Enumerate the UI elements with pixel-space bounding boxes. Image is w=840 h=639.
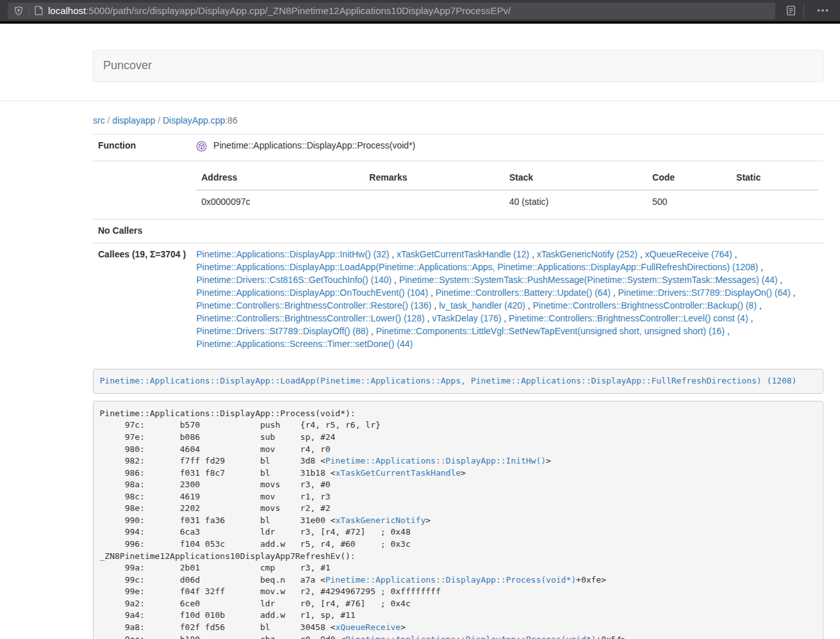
assembly-symbol-link[interactable]: xTaskGetCurrentTaskHandle bbox=[335, 468, 461, 478]
callee-link[interactable]: Pinetime::Drivers::St7789::DisplayOn() (… bbox=[618, 287, 791, 298]
callee-link[interactable]: Pinetime::Drivers::Cst816S::GetTouchInfo… bbox=[196, 275, 391, 285]
callees-row: Callees (19, Σ=3704 ) Pinetime::Applicat… bbox=[93, 243, 823, 355]
callee-link[interactable]: xTaskGetCurrentTaskHandle (12) bbox=[397, 249, 529, 259]
breadcrumb-separator: / bbox=[155, 115, 163, 125]
callee-link[interactable]: vTaskDelay (176) bbox=[432, 313, 501, 323]
col-static: Static bbox=[731, 166, 818, 190]
assembly-code: Pinetime::Applications::DisplayApp::Proc… bbox=[93, 401, 823, 639]
callee-link[interactable]: xQueueReceive (764) bbox=[645, 249, 732, 259]
window-edge bbox=[0, 21, 840, 24]
tracking-protection-shield-icon[interactable] bbox=[13, 6, 24, 16]
function-name: Pinetime::Applications::DisplayApp::Proc… bbox=[213, 140, 415, 150]
stack-value: 40 (static) bbox=[504, 190, 647, 214]
symbol-cube-icon bbox=[196, 143, 210, 154]
callee-link[interactable]: Pinetime::Drivers::St7789::DisplayOff() … bbox=[196, 326, 368, 336]
toolbar-divider bbox=[803, 4, 804, 17]
page-proxy-icon bbox=[35, 6, 43, 15]
highlighted-callee: Pinetime::Applications::DisplayApp::Load… bbox=[93, 369, 823, 394]
url-bar[interactable]: localhost:5000/path/src/displayapp/Displ… bbox=[8, 3, 775, 19]
callee-link[interactable]: Pinetime::Applications::DisplayApp::OnTo… bbox=[196, 287, 428, 298]
col-stack: Stack bbox=[504, 166, 647, 190]
metrics-row: Address Remarks Stack Code Static 0x0000… bbox=[93, 161, 823, 219]
breadcrumb-link-src[interactable]: src bbox=[93, 115, 105, 125]
url-host: localhost bbox=[48, 5, 86, 16]
assembly-symbol-link[interactable]: xTaskGenericNotify bbox=[335, 515, 425, 525]
function-info-table: Function Pinetime::Applications::Display… bbox=[93, 134, 823, 356]
assembly-symbol-link[interactable]: xQueueReceive bbox=[335, 622, 400, 632]
assembly-symbol-link[interactable]: Pinetime::Applications::DisplayApp::Proc… bbox=[345, 635, 596, 639]
brand-puncover[interactable]: Puncover bbox=[94, 58, 161, 74]
callee-link[interactable]: Pinetime::System::SystemTask::PushMessag… bbox=[399, 275, 778, 285]
callee-link[interactable]: Pinetime::Controllers::BrightnessControl… bbox=[509, 313, 748, 323]
callee-link[interactable]: Pinetime::Controllers::BrightnessControl… bbox=[196, 300, 431, 311]
address-value: 0x0000097c bbox=[196, 190, 364, 214]
function-row: Function Pinetime::Applications::Display… bbox=[93, 134, 823, 161]
callee-link[interactable]: xTaskGenericNotify (252) bbox=[537, 249, 638, 259]
breadcrumb-link-file[interactable]: DisplayApp.cpp bbox=[163, 115, 225, 125]
code-value: 500 bbox=[647, 190, 731, 214]
metrics-values-row: 0x0000097c 40 (static) 500 bbox=[196, 190, 818, 214]
divider-rule bbox=[0, 101, 840, 101]
callee-link[interactable]: Pinetime::Applications::DisplayApp::Init… bbox=[196, 249, 389, 259]
breadcrumb-separator: / bbox=[105, 115, 113, 125]
metrics-table: Address Remarks Stack Code Static 0x0000… bbox=[196, 166, 818, 214]
callee-link[interactable]: Pinetime::Applications::Screens::Timer::… bbox=[196, 339, 413, 349]
col-code: Code bbox=[647, 166, 731, 190]
callee-link[interactable]: Pinetime::Controllers::BrightnessControl… bbox=[196, 313, 424, 323]
col-address: Address bbox=[196, 166, 364, 190]
callee-link[interactable]: Pinetime::Components::LittleVgl::SetNewT… bbox=[376, 326, 725, 336]
callee-link[interactable]: lv_task_handler (420) bbox=[439, 300, 525, 311]
no-callers-row: No Callers bbox=[93, 219, 823, 243]
callee-link[interactable]: Pinetime::Applications::DisplayApp::Load… bbox=[196, 262, 758, 272]
assembly-symbol-link[interactable]: Pinetime::Applications::DisplayApp::Init… bbox=[325, 456, 546, 465]
urlbar-divider bbox=[29, 5, 29, 17]
breadcrumb-line-number: :86 bbox=[225, 115, 237, 125]
assembly-symbol-link[interactable]: Pinetime::Applications::DisplayApp::Proc… bbox=[325, 575, 576, 585]
callees-label: Callees (19, Σ=3704 ) bbox=[93, 243, 191, 355]
function-label: Function bbox=[93, 134, 191, 161]
reader-mode-icon[interactable] bbox=[782, 3, 800, 19]
breadcrumb: src / displayapp / DisplayApp.cpp:86 bbox=[93, 115, 823, 127]
callee-link[interactable]: Pinetime::Controllers::Battery::Update()… bbox=[436, 287, 611, 298]
navbar: Puncover bbox=[93, 50, 823, 82]
page-actions-menu-icon[interactable]: ••• bbox=[814, 3, 832, 19]
remarks-value bbox=[364, 190, 504, 214]
callees-cell: Pinetime::Applications::DisplayApp::Init… bbox=[191, 243, 823, 355]
static-value bbox=[731, 190, 818, 214]
callee-link[interactable]: Pinetime::Controllers::BrightnessControl… bbox=[532, 300, 756, 311]
url-text: localhost:5000/path/src/displayapp/Displ… bbox=[48, 4, 511, 17]
col-remarks: Remarks bbox=[364, 166, 504, 190]
breadcrumb-link-displayapp[interactable]: displayapp bbox=[112, 115, 155, 125]
no-callers-label: No Callers bbox=[93, 219, 823, 243]
browser-toolbar: localhost:5000/path/src/displayapp/Displ… bbox=[0, 0, 840, 21]
highlighted-callee-link[interactable]: Pinetime::Applications::DisplayApp::Load… bbox=[100, 376, 797, 385]
url-path: :5000/path/src/displayapp/DisplayApp.cpp… bbox=[86, 5, 511, 16]
